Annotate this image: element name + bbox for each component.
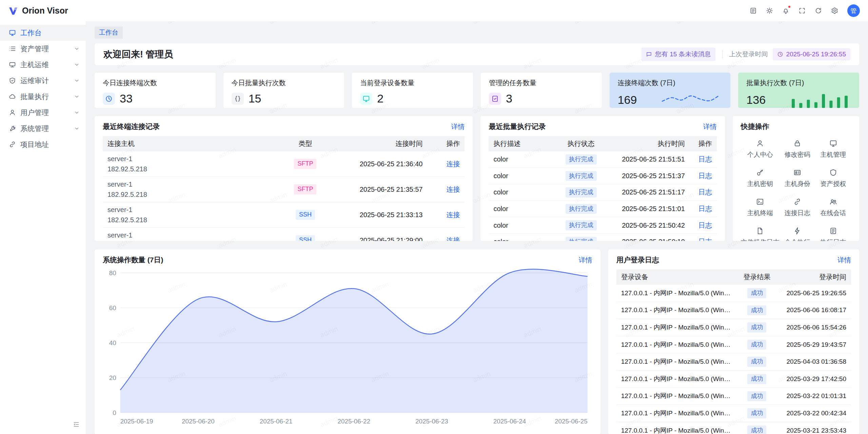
- login-log-detail-link[interactable]: 详情: [837, 256, 851, 265]
- login-device: 127.0.0.1 - 内网IP - Mozilla/5.0 (Windows …: [616, 422, 736, 434]
- login-device: 127.0.0.1 - 内网IP - Mozilla/5.0 (Windows …: [616, 336, 736, 353]
- connect-link[interactable]: 连接: [446, 211, 460, 219]
- quick-action[interactable]: 资产授权: [815, 169, 851, 188]
- host-name: server-1: [107, 205, 275, 214]
- login-time: 2025-04-03 01:36:58: [778, 353, 851, 371]
- log-link[interactable]: 日志: [698, 222, 712, 229]
- message-icon: [646, 51, 652, 57]
- sidebar-collapse-icon[interactable]: [71, 419, 82, 430]
- sidebar-item[interactable]: 系统管理: [0, 120, 86, 136]
- stat-value: 15: [249, 92, 261, 105]
- col-header: 连接主机: [103, 136, 280, 151]
- sidebar-item[interactable]: 项目地址: [0, 136, 86, 152]
- sidebar-menu: 工作台 资产管理 主机运维: [0, 25, 86, 152]
- last-login-time-badge: 2025-06-25 19:26:55: [773, 48, 850, 60]
- fullscreen-icon[interactable]: [795, 4, 809, 18]
- connect-link[interactable]: 连接: [446, 160, 460, 168]
- connection-type-badge: SSH: [296, 235, 315, 241]
- quick-action-label: 文件操作日志: [741, 238, 780, 241]
- host-name: server-1: [107, 180, 275, 189]
- app-logo[interactable]: Orion Visor: [8, 6, 68, 16]
- monitor-icon: [829, 139, 837, 147]
- user-avatar[interactable]: 管: [847, 4, 860, 17]
- host-ops-icon: [9, 61, 16, 68]
- svg-text:2025-06-21: 2025-06-21: [260, 418, 293, 425]
- login-device: 127.0.0.1 - 内网IP - Mozilla/5.0 (Windows …: [616, 405, 736, 422]
- col-header: 登录设备: [616, 269, 736, 285]
- quick-action[interactable]: 主机密钥: [741, 169, 780, 188]
- svg-text:20: 20: [109, 374, 116, 381]
- quick-action[interactable]: 主机管理: [815, 139, 851, 159]
- host-ip: 182.92.5.218: [107, 190, 275, 199]
- svg-text:40: 40: [109, 339, 116, 346]
- log-icon: [829, 227, 837, 235]
- log-link[interactable]: 日志: [698, 188, 712, 196]
- link-icon: [9, 141, 16, 148]
- connect-link[interactable]: 连接: [446, 186, 460, 193]
- exec-description: color: [489, 217, 554, 234]
- connect-link[interactable]: 连接: [446, 237, 460, 241]
- login-result-badge: 成功: [747, 357, 766, 367]
- connection-time: 2025-06-25 21:36:40: [331, 151, 427, 177]
- quick-action[interactable]: 文件操作日志: [741, 227, 780, 241]
- exec-time: 2025-06-25 21:51:51: [608, 151, 690, 168]
- login-result-badge: 成功: [747, 391, 766, 401]
- batch-detail-link[interactable]: 详情: [703, 122, 717, 131]
- svg-text:0: 0: [113, 409, 116, 416]
- idcard-icon: [793, 169, 801, 176]
- clock-icon: [777, 51, 783, 57]
- svg-text:2025-06-19: 2025-06-19: [120, 418, 153, 425]
- notifications-bell-icon[interactable]: [779, 4, 792, 18]
- breadcrumb-item-workbench[interactable]: 工作台: [95, 26, 123, 39]
- host-ip: 182.92.5.218: [107, 165, 275, 173]
- chevron-down-icon: [74, 46, 80, 52]
- log-link[interactable]: 日志: [698, 155, 712, 163]
- refresh-icon[interactable]: [811, 4, 825, 18]
- quick-action[interactable]: 个人中心: [741, 139, 780, 159]
- sidebar-item[interactable]: 工作台: [0, 25, 86, 41]
- sidebar-item[interactable]: 资产管理: [0, 41, 86, 57]
- table-row: color 执行完成 2025-06-25 21:51:17 日志: [489, 184, 716, 201]
- quick-action[interactable]: 连接日志: [780, 198, 815, 218]
- assets-icon: [9, 45, 16, 52]
- sidebar-item[interactable]: 主机运维: [0, 57, 86, 73]
- quick-action-label: 命令执行: [785, 238, 810, 241]
- stats-row: 今日连接终端次数 33 今日批量执行次数 15 当前登录设备数量 2: [95, 73, 859, 108]
- quick-action[interactable]: 执行日志: [815, 227, 851, 241]
- last-login-label: 上次登录时间: [729, 50, 768, 59]
- system-ops-detail-link[interactable]: 详情: [579, 256, 592, 265]
- chevron-down-icon: [74, 110, 80, 115]
- sidebar-item[interactable]: 批量执行: [0, 89, 86, 105]
- sidebar-item-label: 批量执行: [20, 92, 70, 101]
- quick-action[interactable]: 在线会话: [815, 198, 851, 218]
- panel-title: 系统操作数量 (7日): [103, 255, 163, 265]
- stat-card-batch-7d: 批量执行次数 (7日) 136: [738, 73, 859, 108]
- terminal-7d-sparkline: [659, 90, 722, 110]
- bolt-icon: [793, 227, 801, 235]
- terminal-records-panel: 最近终端连接记录 详情 连接主机 类型 连接时间 操作: [95, 116, 473, 241]
- panel-title: 快捷操作: [741, 122, 769, 131]
- log-link[interactable]: 日志: [698, 205, 712, 212]
- svg-text:2025-06-24: 2025-06-24: [493, 418, 526, 425]
- theme-sun-icon[interactable]: [763, 4, 776, 18]
- log-link[interactable]: 日志: [698, 172, 712, 180]
- quick-action[interactable]: 主机终端: [741, 198, 780, 218]
- sidebar-item-label: 资产管理: [20, 44, 70, 54]
- table-row: server-1182.92.5.218 SSH 2025-06-25 21:3…: [103, 202, 465, 228]
- sidebar-item[interactable]: 用户管理: [0, 105, 86, 120]
- login-time: 2025-03-22 00:42:34: [778, 405, 851, 422]
- quick-action[interactable]: 主机身份: [780, 169, 815, 188]
- quick-action[interactable]: 修改密码: [780, 139, 815, 159]
- settings-gear-icon[interactable]: [828, 4, 841, 18]
- quick-action[interactable]: 命令执行: [780, 227, 815, 241]
- terminal-detail-link[interactable]: 详情: [451, 122, 465, 131]
- quick-action-label: 个人中心: [747, 150, 773, 159]
- login-device: 127.0.0.1 - 内网IP - Mozilla/5.0 (Windows …: [616, 370, 736, 388]
- log-link[interactable]: 日志: [698, 238, 712, 241]
- document-icon[interactable]: [746, 4, 760, 18]
- unread-messages-badge[interactable]: 您有 15 条未读消息: [642, 48, 715, 61]
- login-device: 127.0.0.1 - 内网IP - Mozilla/5.0 (Windows …: [616, 302, 736, 319]
- sidebar-item[interactable]: 运维审计: [0, 73, 86, 89]
- login-result-badge: 成功: [747, 340, 766, 350]
- system-ops-chart: 0204060802025-06-192025-06-202025-06-212…: [103, 267, 592, 427]
